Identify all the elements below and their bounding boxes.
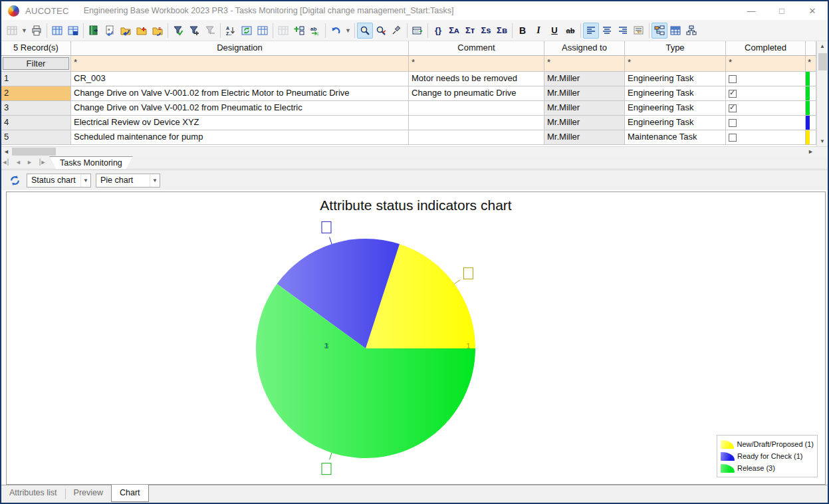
record-count-header[interactable]: 5 Record(s) <box>1 41 71 56</box>
filter-minus-icon[interactable] <box>202 23 218 39</box>
type-cell[interactable]: Engineering Task <box>625 116 726 130</box>
align-left-icon[interactable] <box>583 23 599 39</box>
zoom-icon[interactable] <box>357 23 373 39</box>
align-right-icon[interactable] <box>615 23 631 39</box>
properties-icon[interactable] <box>410 23 425 39</box>
sigma-b-icon[interactable]: Σʙ <box>494 23 510 39</box>
column-header-assigned-to[interactable]: Assigned to <box>544 41 625 56</box>
column-grid-icon[interactable] <box>255 23 271 39</box>
scroll-left-icon[interactable]: ◄ <box>1 147 11 156</box>
completed-checkbox[interactable] <box>729 75 737 83</box>
completed-checkbox[interactable] <box>729 119 737 127</box>
completed-cell[interactable] <box>726 72 806 86</box>
strikethrough-icon[interactable]: ab <box>562 23 578 39</box>
filter-button[interactable]: Filter <box>3 57 69 70</box>
assigned-to-cell[interactable]: Mr.Miller <box>544 72 625 86</box>
refresh-chart-icon[interactable] <box>7 172 23 188</box>
chevron-down-icon[interactable]: ▼ <box>80 174 90 187</box>
horizontal-scrollbar[interactable]: ◄ ► <box>1 146 828 156</box>
minimize-button[interactable]: — <box>736 1 767 20</box>
print-icon[interactable] <box>29 23 45 39</box>
sheet-insert-icon[interactable] <box>49 23 65 39</box>
type-cell[interactable]: Maintenance Task <box>625 130 726 145</box>
completed-checkbox[interactable] <box>729 90 737 98</box>
node-plus-icon[interactable] <box>291 23 307 39</box>
caret-down-icon[interactable]: ▼ <box>344 23 352 39</box>
column-header-type[interactable]: Type <box>625 41 726 56</box>
type-cell[interactable]: Engineering Task <box>625 101 726 116</box>
chart-type-select[interactable]: Status chart ▼ <box>27 174 91 188</box>
completed-cell[interactable] <box>726 130 806 145</box>
bold-icon[interactable]: B <box>515 23 531 39</box>
sigma-s-icon[interactable]: Σs <box>478 23 494 39</box>
comment-cell[interactable] <box>409 130 544 145</box>
italic-icon[interactable]: I <box>531 23 546 39</box>
prev-sheet-icon[interactable]: ◄ <box>13 156 24 168</box>
column-header-completed[interactable]: Completed <box>726 41 806 56</box>
folder-sync-icon[interactable]: s <box>150 23 166 39</box>
filter-cell-designation[interactable]: * <box>71 56 409 72</box>
new-record-icon[interactable] <box>4 23 20 39</box>
comment-cell[interactable] <box>409 116 544 130</box>
folder-plus-icon[interactable] <box>134 23 150 39</box>
caret-down-icon[interactable]: ▼ <box>20 23 29 39</box>
assigned-to-cell[interactable]: Mr.Miller <box>544 86 625 101</box>
sheet-tab-tasks-monitoring[interactable]: Tasks Monitoring <box>49 156 133 169</box>
column-header-designation[interactable]: Designation <box>71 41 409 56</box>
refresh-data-icon[interactable] <box>239 23 255 39</box>
sigma-t-icon[interactable]: Σᴛ <box>462 23 478 39</box>
align-center-icon[interactable] <box>599 23 615 39</box>
completed-checkbox[interactable] <box>729 104 737 112</box>
sort-az-icon[interactable]: AZ.. <box>223 23 239 39</box>
filter-cell-status[interactable]: * <box>806 56 816 72</box>
underline-icon[interactable]: U <box>546 23 562 39</box>
workbook-export-icon[interactable] <box>86 23 102 39</box>
sigma-a-icon[interactable]: Σᴀ <box>446 23 462 39</box>
comment-cell[interactable] <box>409 101 544 116</box>
org-view-icon[interactable] <box>683 23 699 39</box>
pin-icon[interactable] <box>389 23 405 39</box>
table-view-icon[interactable] <box>667 23 683 39</box>
assigned-to-cell[interactable]: Mr.Miller <box>544 130 625 145</box>
close-button[interactable]: ✕ <box>797 1 828 20</box>
filter-check-icon[interactable] <box>170 23 186 39</box>
tab-chart[interactable]: Chart <box>111 485 149 502</box>
vertical-scrollbar[interactable]: ▲ ▼ <box>816 41 828 146</box>
assigned-to-cell[interactable]: Mr.Miller <box>544 101 625 116</box>
completed-cell[interactable] <box>726 116 806 130</box>
horizontal-scroll-thumb[interactable] <box>12 148 56 156</box>
folder-arrow-icon[interactable] <box>118 23 134 39</box>
sheet-add-icon[interactable] <box>65 23 81 39</box>
link-new-icon[interactable] <box>275 23 291 39</box>
column-header-comment[interactable]: Comment <box>409 41 544 56</box>
maximize-button[interactable]: □ <box>767 1 797 20</box>
scroll-right-icon[interactable]: ► <box>806 147 816 156</box>
braces-icon[interactable]: {} <box>430 23 446 39</box>
completed-cell[interactable] <box>726 86 806 101</box>
tree-view-icon[interactable] <box>651 23 667 39</box>
filter-plus-icon[interactable] <box>186 23 202 39</box>
tab-preview[interactable]: Preview <box>66 485 111 503</box>
filter-cell-type[interactable]: * <box>625 56 726 72</box>
completed-checkbox[interactable] <box>729 134 737 142</box>
tab-attributes-list[interactable]: Attributes list <box>1 485 65 503</box>
scroll-down-icon[interactable]: ▼ <box>817 136 828 146</box>
vertical-scroll-thumb[interactable] <box>818 53 827 70</box>
row-number-cell[interactable]: 5 <box>1 130 71 145</box>
zoom-goto-icon[interactable] <box>373 23 389 39</box>
next-sheet-icon[interactable]: ► <box>24 156 35 168</box>
designation-cell[interactable]: Change Drive on Valve V-001.02 from Pneu… <box>71 101 409 116</box>
designation-cell[interactable]: Scheduled maintenance for pump <box>71 130 409 145</box>
assigned-to-cell[interactable]: Mr.Miller <box>544 116 625 130</box>
type-cell[interactable]: Engineering Task <box>625 72 726 86</box>
last-sheet-icon[interactable]: ▕► <box>35 156 47 168</box>
sheet-arrow-icon[interactable]: a <box>102 23 118 39</box>
chevron-down-icon[interactable]: ▼ <box>150 174 160 187</box>
first-sheet-icon[interactable]: ◄▏ <box>1 156 13 168</box>
chart-style-select[interactable]: Pie chart ▼ <box>96 174 160 188</box>
type-cell[interactable]: Engineering Task <box>625 86 726 101</box>
undo-icon[interactable] <box>328 23 344 39</box>
designation-cell[interactable]: CR_003 <box>71 72 409 86</box>
row-number-cell[interactable]: 4 <box>1 116 71 130</box>
pie-chart[interactable]: 113 <box>233 215 499 484</box>
